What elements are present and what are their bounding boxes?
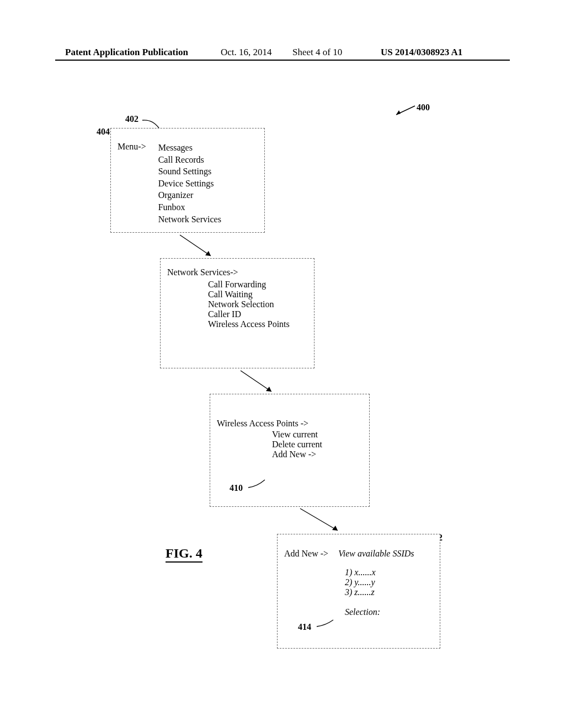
ref-404: 404 [97, 127, 110, 137]
menu-item: Network Services [158, 213, 221, 226]
ref-400-arrow [393, 106, 415, 117]
svg-line-2 [180, 235, 211, 256]
header-rule [55, 60, 510, 61]
svg-line-6 [300, 508, 338, 531]
wap-item: Delete current [272, 440, 363, 449]
menu-item: Funbox [158, 201, 221, 213]
menu-item: Sound Settings [158, 165, 221, 178]
addnew-title: Add New -> [284, 549, 328, 558]
ref-414: 414 [298, 622, 311, 632]
menu-item: Device Settings [158, 178, 221, 190]
wap-items: View current Delete current Add New -> [272, 430, 363, 459]
wap-item: View current [272, 430, 363, 440]
svg-marker-1 [396, 110, 401, 115]
arrow-408-to-410 [237, 368, 281, 396]
ref-414-leader [317, 619, 335, 629]
ref-410-leader [248, 480, 267, 490]
ssid-list: 1) x......x 2) y......y 3) z......z [345, 568, 433, 597]
ssid-item: 1) x......x [345, 568, 433, 577]
wap-title: Wireless Access Points -> [217, 419, 363, 429]
ns-item: Call Forwarding [208, 280, 307, 290]
svg-line-4 [241, 371, 271, 392]
ssid-item: 3) z......z [345, 587, 433, 597]
header-date: Oct. 16, 2014 [221, 47, 272, 58]
header-publication: Patent Application Publication [65, 47, 188, 58]
header-sheet: Sheet 4 of 10 [292, 47, 342, 58]
selection-label: Selection: [345, 607, 433, 617]
svg-marker-3 [205, 251, 211, 256]
ref-400: 400 [417, 103, 430, 113]
menu-items: Messages Call Records Sound Settings Dev… [158, 142, 221, 225]
svg-marker-5 [266, 387, 271, 392]
figure-caption: FIG. 4 [166, 546, 202, 563]
ns-item: Wireless Access Points [208, 319, 307, 329]
ns-title: Network Services-> [167, 267, 307, 277]
wap-item: Add New -> [272, 449, 363, 459]
ref-410: 410 [230, 483, 243, 493]
ns-item: Caller ID [208, 309, 307, 319]
arrow-402-to-408 [177, 233, 221, 260]
box-menu-402: Menu-> Messages Call Records Sound Setti… [110, 128, 265, 233]
arrow-410-to-412 [298, 506, 348, 535]
ns-item: Network Selection [208, 299, 307, 309]
menu-item: Call Records [158, 154, 221, 166]
box-network-services-408: Network Services-> Call Forwarding Call … [160, 258, 315, 368]
header-pubno: US 2014/0308923 A1 [381, 47, 462, 58]
ns-item: Call Waiting [208, 290, 307, 299]
menu-item: Messages [158, 142, 221, 154]
addnew-subtitle: View available SSIDs [338, 549, 414, 558]
menu-item: Organizer [158, 189, 221, 201]
ssid-item: 2) y......y [345, 577, 433, 587]
ns-items: Call Forwarding Call Waiting Network Sel… [208, 280, 307, 329]
ref-402: 402 [125, 114, 138, 124]
menu-title: Menu-> [118, 142, 146, 152]
